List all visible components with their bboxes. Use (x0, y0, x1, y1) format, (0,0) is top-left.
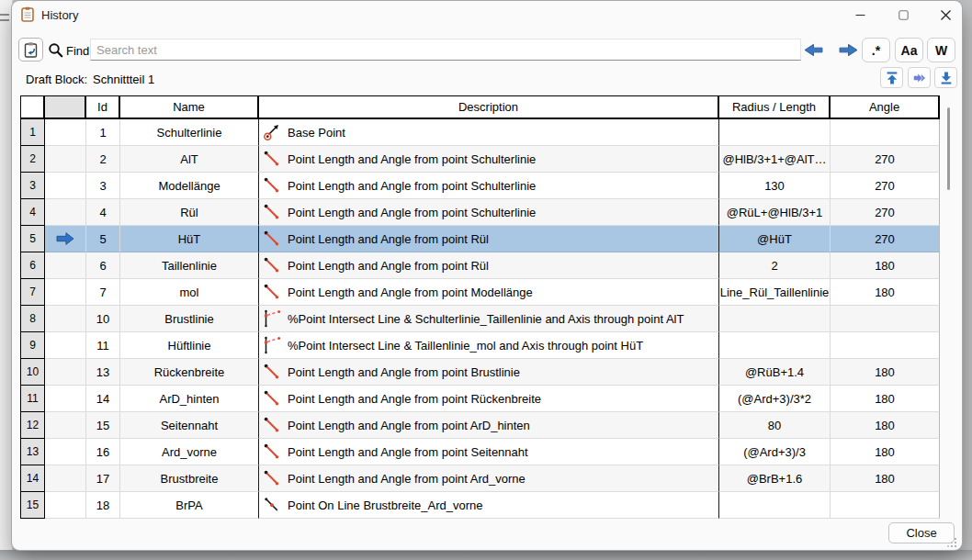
id-cell[interactable]: 2 (86, 146, 120, 173)
radius-length-cell[interactable]: @BrB+1.6 (719, 465, 831, 492)
description-cell[interactable]: Point Length and Angle from point Ard_vo… (259, 465, 719, 492)
name-cell[interactable]: HüT (120, 226, 259, 252)
row-number-cell[interactable]: 1 (20, 119, 45, 146)
table-row[interactable]: 77molPoint Length and Angle from point M… (21, 279, 940, 306)
description-cell[interactable]: Point Length and Angle from point Brustl… (259, 359, 719, 386)
radius-length-cell[interactable]: 2 (719, 252, 831, 279)
id-cell[interactable]: 18 (86, 492, 120, 519)
current-marker-cell[interactable] (45, 386, 86, 412)
name-cell[interactable]: Ard_vorne (120, 439, 259, 465)
row-number-cell[interactable]: 7 (20, 279, 45, 306)
radius-length-cell[interactable]: @RüL+@HlB/3+1 (719, 199, 831, 226)
name-cell[interactable]: Schulterlinie (120, 119, 259, 146)
angle-cell[interactable]: 180 (831, 412, 940, 439)
table-row[interactable]: 911Hüftlinie%Point Intersect Line & Tail… (21, 332, 940, 359)
highlight-matches-button[interactable] (18, 38, 43, 62)
table-row[interactable]: 1417BrustbreitePoint Length and Angle fr… (21, 465, 940, 492)
description-cell[interactable]: Point Length and Angle from point Rücken… (259, 386, 719, 412)
id-cell[interactable]: 1 (86, 119, 120, 146)
description-cell[interactable]: %Point Intersect Line & Taillenlinie_mol… (259, 332, 719, 359)
angle-cell[interactable]: 270 (831, 199, 940, 226)
name-cell[interactable]: Seitennaht (120, 412, 259, 439)
description-cell[interactable]: Point Length and Angle from point Modell… (259, 279, 719, 306)
table-row[interactable]: 55HüTPoint Length and Angle from point R… (21, 226, 940, 252)
radius-length-cell[interactable] (719, 119, 831, 146)
match-case-button[interactable]: Aa (895, 38, 923, 62)
table-row[interactable]: 44RülPoint Length and Angle from point S… (21, 199, 940, 226)
id-cell[interactable]: 7 (86, 279, 120, 306)
description-cell[interactable]: Point Length and Angle from point Rül (259, 252, 719, 279)
description-cell[interactable]: Base Point (259, 119, 719, 146)
close-dialog-button[interactable]: Close (888, 522, 955, 543)
table-row[interactable]: 1316Ard_vornePoint Length and Angle from… (21, 439, 940, 465)
current-marker-cell[interactable] (45, 412, 86, 439)
current-marker-cell[interactable] (45, 199, 86, 226)
scroll-to-top-button[interactable] (880, 67, 903, 88)
current-marker-cell[interactable] (45, 465, 86, 492)
table-row[interactable]: 1518BrPAPoint On Line Brustbreite_Ard_vo… (21, 492, 940, 519)
table-row[interactable]: 1215SeitennahtPoint Length and Angle fro… (21, 412, 940, 439)
row-number-cell[interactable]: 4 (20, 199, 45, 226)
next-match-button[interactable] (838, 42, 859, 58)
name-cell[interactable]: mol (120, 279, 259, 306)
row-number-cell[interactable]: 9 (20, 332, 45, 359)
angle-cell[interactable]: 180 (831, 386, 940, 412)
row-number-cell[interactable]: 13 (20, 439, 45, 465)
radius-length-cell[interactable]: (@Ard+3)/3*2 (719, 386, 831, 412)
name-cell[interactable]: Rül (120, 199, 259, 226)
id-cell[interactable]: 6 (86, 252, 120, 279)
whole-word-button[interactable]: W (927, 38, 955, 62)
angle-cell[interactable]: 270 (831, 226, 940, 252)
angle-cell[interactable]: 270 (831, 173, 940, 199)
current-marker-cell[interactable] (45, 306, 86, 332)
current-marker-cell[interactable] (45, 279, 86, 306)
row-number-cell[interactable]: 15 (20, 492, 45, 519)
description-cell[interactable]: %Point Intersect Line & Schulterlinie_Ta… (259, 306, 719, 332)
minimize-button[interactable] (842, 1, 878, 28)
radius-length-cell[interactable]: @RüB+1.4 (719, 359, 831, 386)
title-bar[interactable]: History (12, 1, 962, 28)
angle-cell[interactable] (831, 119, 940, 146)
row-number-cell[interactable]: 10 (20, 359, 45, 386)
radius-length-cell[interactable]: 80 (719, 412, 831, 439)
window-resize-grip[interactable] (946, 535, 957, 546)
current-marker-cell[interactable] (45, 492, 86, 519)
row-number-cell[interactable]: 12 (20, 412, 45, 439)
table-row[interactable]: 66TaillenliniePoint Length and Angle fro… (21, 252, 940, 279)
id-cell[interactable]: 13 (86, 359, 120, 386)
name-cell[interactable]: Hüftlinie (120, 332, 259, 359)
go-to-current-button[interactable] (908, 67, 931, 88)
row-number-cell[interactable]: 2 (20, 146, 45, 173)
table-row[interactable]: 1114ArD_hintenPoint Length and Angle fro… (21, 386, 940, 412)
search-input[interactable] (90, 39, 801, 61)
id-cell[interactable]: 3 (86, 173, 120, 199)
name-cell[interactable]: ArD_hinten (120, 386, 259, 412)
table-row[interactable]: 22AlTPoint Length and Angle from point S… (21, 146, 940, 173)
angle-cell[interactable] (831, 492, 940, 519)
current-marker-cell[interactable] (45, 332, 86, 359)
description-cell[interactable]: Point Length and Angle from point Rül (259, 226, 719, 252)
angle-cell[interactable]: 180 (831, 252, 940, 279)
table-scrollbar-thumb[interactable] (947, 107, 950, 190)
name-cell[interactable]: AlT (120, 146, 259, 173)
name-cell[interactable]: Brustbreite (120, 465, 259, 492)
current-marker-cell[interactable] (45, 226, 86, 252)
current-marker-cell[interactable] (45, 359, 86, 386)
description-cell[interactable]: Point Length and Angle from point Schult… (259, 146, 719, 173)
angle-cell[interactable]: 180 (831, 439, 940, 465)
id-cell[interactable]: 15 (86, 412, 120, 439)
description-cell[interactable]: Point Length and Angle from point Seiten… (259, 439, 719, 465)
maximize-button[interactable] (885, 1, 921, 28)
current-marker-cell[interactable] (45, 439, 86, 465)
id-cell[interactable]: 4 (86, 199, 120, 226)
radius-length-cell[interactable] (719, 332, 831, 359)
current-marker-cell[interactable] (45, 146, 86, 173)
name-cell[interactable]: Brustlinie (120, 306, 259, 332)
angle-cell[interactable]: 180 (831, 279, 940, 306)
angle-cell[interactable] (831, 332, 940, 359)
row-number-cell[interactable]: 14 (20, 465, 45, 492)
current-marker-cell[interactable] (45, 119, 86, 146)
radius-length-cell[interactable]: (@Ard+3)/3 (719, 439, 831, 465)
table-row[interactable]: 33ModellängePoint Length and Angle from … (21, 173, 940, 199)
name-cell[interactable]: Modellänge (120, 173, 259, 199)
